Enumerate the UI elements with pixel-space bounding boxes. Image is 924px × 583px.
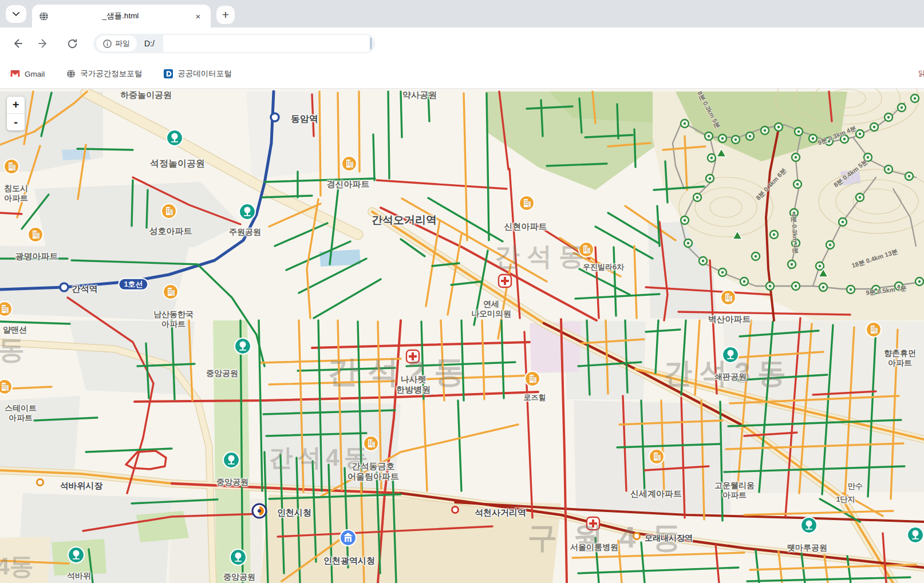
- map-label: 석바위시장: [60, 481, 103, 491]
- map-overlay-layer: 간석2동간석동간석3동간석4동구월4동동4동하중놀이공원석정놀이공원동암역약사공…: [0, 89, 924, 583]
- district-watermark: 간석동: [495, 240, 591, 273]
- apartment-icon[interactable]: [648, 448, 665, 467]
- hospital-icon[interactable]: [497, 273, 512, 291]
- cityhall-icon[interactable]: [339, 529, 357, 549]
- map-label: 쇄판공원: [714, 372, 747, 382]
- map-label: 뗏마루공원: [787, 543, 827, 553]
- map-canvas[interactable]: 간석2동간석동간석3동간석4동구월4동동4동하중놀이공원석정놀이공원동암역약사공…: [0, 89, 924, 583]
- incheon-line1-icon[interactable]: [251, 503, 267, 521]
- map-label: 로즈힐: [524, 393, 546, 402]
- district-watermark: 동: [0, 332, 25, 368]
- map-label: 연세 나오미의원: [471, 299, 511, 318]
- scheme-label: 파일: [115, 38, 130, 49]
- map-label: 벽산아파트: [708, 314, 751, 324]
- park-tree-icon[interactable]: [165, 129, 184, 149]
- park-tree-icon[interactable]: [906, 526, 924, 546]
- trail-time-label: 8분 0.3km 5분: [696, 90, 722, 130]
- text-caret: [370, 38, 372, 49]
- park-tree-icon[interactable]: [67, 546, 85, 566]
- map-label: 1단지: [836, 495, 855, 503]
- map-label: 1호선: [119, 279, 147, 289]
- bookmark-label: Gmail: [25, 70, 45, 78]
- apartment-icon[interactable]: [524, 370, 541, 390]
- map-label: 동암역: [291, 114, 318, 125]
- trail-time-label: 4분 0.3km 4분: [789, 213, 800, 254]
- map-label: 만수: [848, 482, 863, 490]
- park-tree-icon[interactable]: [222, 451, 240, 471]
- map-label: 간석오거리역: [372, 214, 437, 227]
- map-label: 인천시청: [277, 507, 311, 518]
- bookmark-ngii-portal[interactable]: 국가공간정보포털: [66, 69, 142, 79]
- zoom-in-button[interactable]: +: [7, 97, 25, 114]
- apartment-icon[interactable]: [865, 321, 882, 340]
- data-portal-icon: [164, 69, 173, 78]
- tab-close-button[interactable]: ×: [192, 10, 204, 22]
- map-label: 중앙공원: [223, 572, 255, 582]
- apartment-icon[interactable]: [341, 155, 358, 174]
- map-label: 신현아파트: [504, 221, 547, 232]
- map-label: 모래내시장역: [645, 533, 693, 543]
- map-label: 간석동금호 어울림아파트: [348, 461, 399, 481]
- map-label: 서울이룸병원: [570, 542, 618, 552]
- bookmark-overflow-partial[interactable]: 읽: [918, 69, 924, 78]
- map-label: 석바위: [67, 571, 91, 581]
- map-label: 석천사거리역: [475, 507, 526, 518]
- district-watermark: 4동: [0, 550, 34, 582]
- bookmarks-bar: Gmail 국가공간정보포털 공공데이터포털 읽: [0, 60, 924, 89]
- park-tree-icon[interactable]: [229, 548, 247, 569]
- apartment-icon[interactable]: [27, 226, 44, 245]
- map-label: 나사렛 한방병원: [396, 374, 431, 394]
- map-label: 스테이트 아파트: [5, 403, 37, 422]
- trail-time-label: 8분 0.4km 5분: [832, 157, 870, 189]
- map-label: 인천광역시청: [323, 556, 375, 566]
- globe-icon: [66, 69, 76, 78]
- chevron-down-icon: [12, 10, 20, 18]
- apartment-icon[interactable]: [160, 203, 177, 222]
- park-tree-icon[interactable]: [238, 203, 256, 223]
- trail-time-label: 9분 0.5km 7분: [866, 284, 907, 298]
- map-label: 중앙공원: [206, 368, 238, 378]
- apartment-icon[interactable]: [0, 378, 13, 398]
- park-tree-icon[interactable]: [234, 337, 252, 358]
- map-label: 얄맨션: [3, 325, 27, 335]
- tab-title: _샘플.html: [49, 11, 192, 21]
- map-label: 남산동한국 아파트: [153, 310, 194, 328]
- browser-toolbar: 파일 D:/: [0, 27, 924, 60]
- map-label: 우진빌라6차: [583, 263, 624, 271]
- bookmark-label: 국가공간정보포털: [80, 69, 142, 79]
- new-tab-button[interactable]: +: [216, 6, 235, 24]
- apartment-icon[interactable]: [0, 300, 13, 320]
- map-zoom-control: + -: [7, 97, 25, 130]
- url-redacted-area: [163, 35, 369, 52]
- map-label: 향촌휴먼 아파트: [884, 348, 916, 367]
- address-bar[interactable]: 파일 D:/: [93, 34, 375, 53]
- bookmark-gmail[interactable]: Gmail: [10, 70, 45, 78]
- globe-favicon-icon: [39, 11, 49, 21]
- tab-search-button[interactable]: [6, 5, 26, 23]
- browser-tab[interactable]: _샘플.html ×: [32, 5, 211, 27]
- map-label: 간석역: [72, 284, 98, 294]
- trail-time-label: 18분 0.4km 13분: [851, 247, 899, 270]
- forward-button[interactable]: [35, 35, 52, 51]
- reload-button[interactable]: [64, 35, 80, 51]
- map-label: 신세계아파트: [630, 489, 682, 499]
- back-arrow-icon: [11, 38, 23, 49]
- trail-time-label: 8분 0.4km 6분: [754, 166, 788, 203]
- map-label: 광명아파트: [15, 251, 58, 261]
- bookmark-data-portal[interactable]: 공공데이터포털: [164, 69, 232, 79]
- zoom-out-button[interactable]: -: [7, 114, 25, 130]
- apartment-icon[interactable]: [162, 283, 179, 303]
- url-scheme-chip[interactable]: 파일: [96, 35, 137, 51]
- map-label: 주원공원: [229, 227, 261, 237]
- map-label: 석정놀이공원: [150, 158, 205, 169]
- apartment-icon[interactable]: [720, 289, 737, 308]
- park-tree-icon[interactable]: [800, 516, 818, 537]
- apartment-icon[interactable]: [3, 158, 20, 177]
- map-label: 중앙공원: [216, 477, 248, 487]
- map-label: 고운웰리움 아파트: [714, 481, 755, 499]
- map-label: 침도시 아파트: [4, 184, 28, 203]
- bookmark-label: 공공데이터포털: [177, 69, 232, 79]
- apartment-icon[interactable]: [518, 195, 535, 214]
- reload-icon: [66, 38, 78, 50]
- back-button[interactable]: [9, 35, 25, 51]
